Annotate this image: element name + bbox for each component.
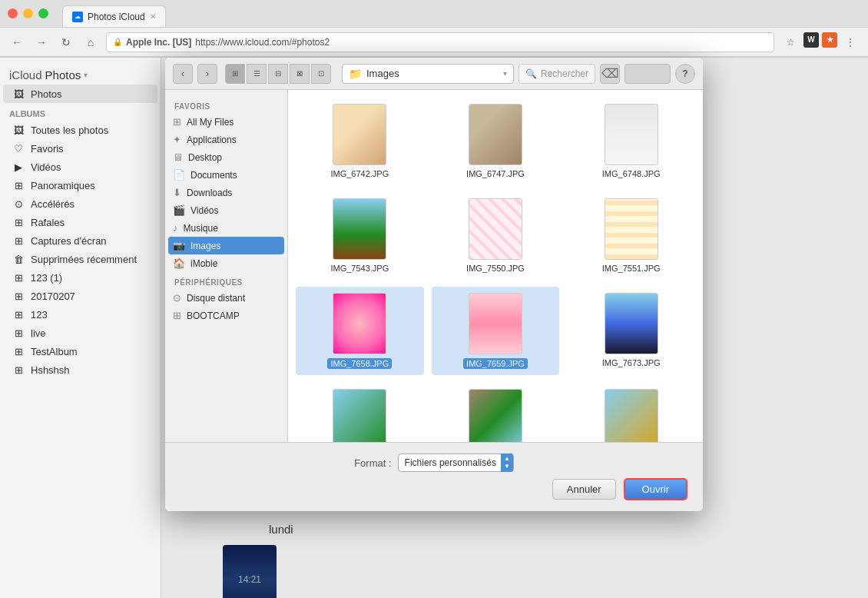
search-icon: 🔍 (525, 68, 537, 79)
dialog-sidebar-imobie[interactable]: 🏠 iMobie (165, 254, 287, 272)
photo-thumbnail[interactable]: 14:21 (223, 545, 277, 598)
cancel-button[interactable]: Annuler (552, 479, 616, 500)
dialog-sidebar-label: BOOTCAMP (187, 311, 240, 321)
dialog-back-button[interactable]: ‹ (173, 64, 193, 84)
file-item-7673[interactable]: IMG_7673.JPG (567, 287, 695, 375)
file-item-6742[interactable]: IMG_6742.JPG (296, 98, 424, 184)
sidebar-item-label: 20170207 (31, 291, 75, 302)
list-view-button[interactable]: ☰ (247, 64, 267, 84)
forward-button[interactable]: → (32, 33, 51, 51)
icon-view-button[interactable]: ⊞ (225, 64, 245, 84)
file-item-6748[interactable]: IMG_6748.JPG (567, 98, 695, 184)
cover-flow-button[interactable]: ⊠ (290, 64, 310, 84)
dialog-sidebar-desktop[interactable]: 🖥 Desktop (165, 148, 287, 166)
file-grid: IMG_6742.JPG IMG_6747.JPG IMG_6748.JPG I… (288, 90, 703, 442)
desktop-icon: 🖥 (173, 151, 183, 163)
file-item-7543[interactable]: IMG_7543.JPG (296, 192, 424, 279)
window-minimize-button[interactable] (23, 8, 33, 18)
sidebar-item-label: Supprimées récemment (31, 254, 137, 265)
sidebar-item-hshshsh[interactable]: ⊞ Hshshsh (3, 360, 157, 379)
delete-button[interactable]: ⌫ (600, 64, 620, 84)
dialog-file-sidebar: Favoris ⊞ All My Files ✦ Applications 🖥 … (165, 90, 288, 442)
dialog-sidebar-disque[interactable]: ⊙ Disque distant (165, 289, 287, 307)
orange-extension-button[interactable]: ★ (822, 32, 837, 48)
app-name-icloud: iCloud (9, 68, 42, 81)
home-button[interactable]: ⌂ (81, 33, 100, 51)
window-maximize-button[interactable] (38, 8, 48, 18)
sidebar-item-photos[interactable]: 🖼 Photos (3, 85, 157, 103)
album-icon: ⊞ (12, 271, 25, 284)
window-close-button[interactable] (8, 8, 18, 18)
sidebar-item-123[interactable]: ⊞ 123 (3, 305, 157, 324)
format-select[interactable]: Fichiers personnalisés ▲ ▼ (398, 453, 514, 472)
gallery-view-button[interactable]: ⊡ (311, 64, 331, 84)
dialog-footer: Format : Fichiers personnalisés ▲ ▼ Annu… (165, 442, 703, 511)
sidebar-item-videos[interactable]: ▶ Vidéos (3, 158, 157, 176)
file-name: IMG_7551.JPG (602, 264, 661, 273)
file-item-group2[interactable] (432, 383, 560, 442)
sidebar-item-20170207[interactable]: ⊞ 20170207 (3, 287, 157, 305)
sidebar-item-live[interactable]: ⊞ live (3, 324, 157, 342)
dialog-sidebar-downloads[interactable]: ⬇ Downloads (165, 184, 287, 201)
arrow-down-icon: ▼ (504, 463, 510, 470)
column-view-button[interactable]: ⊟ (268, 64, 288, 84)
dialog-forward-button[interactable]: › (197, 64, 217, 84)
file-item-7550[interactable]: IMG_7550.JPG (432, 192, 560, 279)
file-item-group1[interactable] (296, 383, 424, 442)
sidebar-item-123-1[interactable]: ⊞ 123 (1) (3, 268, 157, 287)
documents-icon: 📄 (173, 169, 185, 181)
photos-icon: 🖼 (12, 88, 25, 100)
sidebar-item-acceleres[interactable]: ⊙ Accélérés (3, 194, 157, 213)
main-content: ‹ › ⊞ ☰ ⊟ ⊠ ⊡ 📁 Images ▾ 🔍 Rechercher (161, 58, 868, 598)
format-label: Format : (354, 457, 391, 469)
file-thumbnail (333, 389, 386, 442)
file-item-7659[interactable]: IMG_7659.JPG (432, 287, 560, 375)
album-icon: ⊞ (12, 308, 25, 321)
applications-icon: ✦ (173, 134, 181, 145)
dialog-sidebar-documents[interactable]: 📄 Documents (165, 166, 287, 184)
all-files-icon: ⊞ (173, 116, 181, 128)
help-button[interactable]: ? (675, 64, 695, 84)
reload-button[interactable]: ↻ (57, 33, 75, 51)
format-value: Fichiers personnalisés (405, 457, 496, 468)
dialog-path-selector[interactable]: 📁 Images ▾ (342, 64, 514, 84)
dialog-sidebar-bootcamp[interactable]: ⊞ BOOTCAMP (165, 307, 287, 324)
file-item-7551[interactable]: IMG_7551.JPG (567, 192, 695, 279)
address-bar[interactable]: 🔒 Apple Inc. [US] https://www.icloud.com… (106, 32, 774, 52)
arrow-up-icon: ▲ (504, 455, 510, 463)
dialog-search-box[interactable]: 🔍 Rechercher (518, 64, 595, 84)
file-item-6747[interactable]: IMG_6747.JPG (432, 98, 560, 184)
dialog-sidebar-videos[interactable]: 🎬 Vidéos (165, 201, 287, 219)
dialog-sidebar-images[interactable]: 📷 Images (168, 237, 284, 254)
sidebar-item-favoris[interactable]: ♡ Favoris (3, 139, 157, 158)
downloads-icon: ⬇ (173, 187, 181, 198)
app-header: iCloud Photos ▾ (0, 64, 161, 85)
file-thumbnail (333, 293, 386, 354)
dialog-sidebar-all-my-files[interactable]: ⊞ All My Files (165, 113, 287, 131)
sidebar-item-panoramiques[interactable]: ⊞ Panoramiques (3, 176, 157, 194)
sidebar-item-all-photos[interactable]: 🖼 Toutes les photos (3, 121, 157, 139)
dialog-sidebar-applications[interactable]: ✦ Applications (165, 131, 287, 148)
back-button[interactable]: ← (8, 33, 26, 51)
file-open-dialog: ‹ › ⊞ ☰ ⊟ ⊠ ⊡ 📁 Images ▾ 🔍 Rechercher (165, 58, 703, 511)
sidebar-item-captures[interactable]: ⊞ Captures d'écran (3, 231, 157, 250)
dialog-sidebar-musique[interactable]: ♪ Musique (165, 219, 287, 237)
dialog-sidebar-label: iMobie (190, 258, 217, 269)
file-thumbnail (605, 198, 658, 260)
sidebar-item-rafales[interactable]: ⊞ Rafales (3, 213, 157, 231)
sidebar-item-label: 123 (1) (31, 272, 62, 284)
file-item-group3[interactable] (567, 383, 695, 442)
open-button[interactable]: Ouvrir (624, 478, 687, 500)
file-thumbnail (605, 389, 658, 442)
current-path-label: Images (366, 68, 399, 79)
sidebar-item-supprimees[interactable]: 🗑 Supprimées récemment (3, 250, 157, 268)
file-item-7658[interactable]: IMG_7658.JPG (296, 287, 424, 375)
sidebar-item-testalbum[interactable]: ⊞ TestAlbum (3, 342, 157, 360)
album-icon: ⊞ (12, 290, 25, 302)
bookmark-button[interactable]: ☆ (780, 32, 800, 52)
tab-close-button[interactable]: ✕ (150, 12, 156, 21)
menu-button[interactable]: ⋮ (840, 32, 860, 52)
active-tab[interactable]: ☁ Photos iCloud ✕ (62, 5, 166, 27)
album-icon: ⊞ (12, 364, 25, 376)
wr-extension-button[interactable]: W (803, 32, 819, 48)
